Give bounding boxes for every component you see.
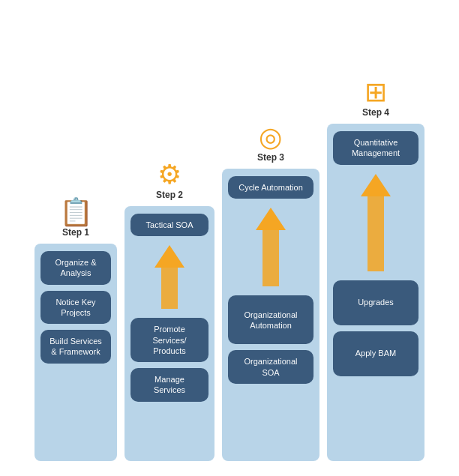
step3-column: ◎ Step 3 Cycle Automation Organizational… (222, 124, 320, 461)
arrow-shaft-2 (161, 268, 178, 309)
main-diagram: 📋 Step 1 Organize & Analysis Notice Key … (0, 0, 459, 476)
step1-icon: 📋 (59, 199, 93, 226)
step1-card2: Notice Key Projects (40, 291, 111, 325)
step1-label: Step 1 (62, 227, 89, 238)
step3-card3: Organizational SOA (228, 350, 314, 384)
arrow-head-2 (154, 245, 184, 268)
step2-icon: ⚙ (158, 161, 182, 188)
arrow-head-3 (256, 208, 286, 230)
step3-card1: Cycle Automation (228, 176, 314, 199)
step3-icon-group: ◎ Step 3 (257, 124, 284, 163)
step4-arrow (361, 174, 391, 271)
step2-card1: Tactical SOA (130, 214, 208, 236)
step2-card2: Promote Services/ Products (130, 318, 208, 362)
arrow-head-4 (361, 174, 391, 196)
arrow-shaft-4 (368, 196, 384, 271)
step3-card2: Organizational Automation (228, 295, 314, 344)
step3-body: Cycle Automation Organizational Automati… (222, 169, 320, 461)
step2-icon-group: ⚙ Step 2 (156, 161, 183, 200)
step1-column: 📋 Step 1 Organize & Analysis Notice Key … (34, 199, 117, 461)
step1-card1: Organize & Analysis (40, 251, 111, 285)
step3-label: Step 3 (257, 152, 284, 163)
step4-card1: Quantitative Management (333, 131, 418, 165)
step1-body: Organize & Analysis Notice Key Projects … (34, 244, 117, 461)
step1-card3: Build Services & Framework (40, 330, 111, 364)
step2-body: Tactical SOA Promote Services/ Products … (124, 206, 214, 461)
step4-column: ⊞ Step 4 Quantitative Management Upgrade… (327, 79, 424, 461)
step4-label: Step 4 (362, 107, 389, 118)
step1-icon-group: 📋 Step 1 (59, 199, 93, 238)
step2-label: Step 2 (156, 190, 183, 200)
step4-icon-group: ⊞ Step 4 (362, 79, 389, 118)
step2-arrow (154, 245, 184, 309)
step4-body: Quantitative Management Upgrades Apply B… (327, 124, 424, 461)
step2-card3: Manage Services (130, 368, 208, 402)
step3-icon: ◎ (259, 124, 282, 151)
step4-card3: Apply BAM (333, 331, 418, 376)
step3-arrow (256, 208, 286, 286)
step2-column: ⚙ Step 2 Tactical SOA Promote Services/ … (124, 161, 214, 461)
step4-card2: Upgrades (333, 280, 418, 325)
step4-icon: ⊞ (364, 79, 387, 106)
arrow-shaft-3 (262, 230, 279, 286)
